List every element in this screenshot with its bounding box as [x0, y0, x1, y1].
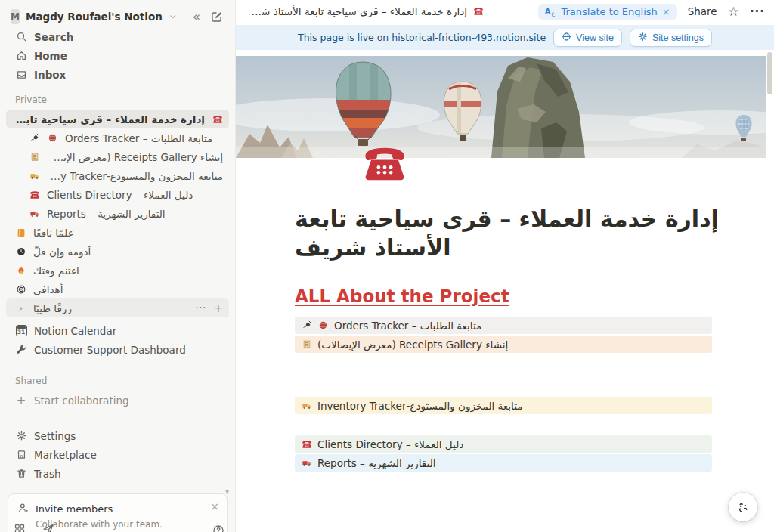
sidebar-item-notion-calendar[interactable]: 31 Notion Calendar: [6, 321, 229, 340]
private-section-label[interactable]: Private: [6, 84, 229, 110]
workspace-avatar: M: [11, 9, 20, 24]
storefront-icon: [15, 449, 27, 461]
sidebar-page-consistency[interactable]: أدومه وإن قلّ: [6, 242, 229, 261]
target-icon: [15, 283, 26, 295]
translate-pill[interactable]: Aع Translate to English ×: [538, 4, 676, 20]
ai-face-icon: [734, 498, 752, 516]
favorite-star-icon[interactable]: ☆: [728, 5, 739, 18]
sidebar-item-trash[interactable]: Trash: [6, 464, 229, 483]
page-scroll-area: إدارة خدمة العملاء – قرى سياحية تابعة ال…: [236, 50, 774, 532]
sidebar-item-home[interactable]: Home: [6, 46, 229, 65]
page-icon-red-phone[interactable]: [361, 141, 408, 187]
svg-text:ع: ع: [552, 10, 556, 17]
empty-block: [295, 354, 712, 397]
sidebar-item-inbox[interactable]: Inbox: [6, 65, 229, 84]
person-add-icon: [17, 502, 29, 516]
yarn-ball-icon: [317, 320, 329, 331]
page-link-reports[interactable]: Reports – التقارير الشهرية: [295, 454, 712, 472]
red-truck-icon: [301, 457, 312, 469]
scroll-down-indicator: ▾: [225, 487, 229, 496]
workspace-name: Magdy Roufael's Notion: [26, 11, 163, 23]
help-icon[interactable]: [212, 524, 224, 532]
sidebar-page-knowledge[interactable]: علمًا نافعًا: [6, 223, 229, 242]
sidebar: M Magdy Roufael's Notion « Search Home: [0, 0, 236, 532]
sidebar-page-customer-service[interactable]: إدارة خدمة العملاء – قرى سياحية تابعة ال…: [6, 110, 229, 128]
inbox-icon: [15, 69, 27, 81]
chevron-down-icon: [169, 12, 178, 21]
yarn-ball-icon: [47, 132, 58, 144]
new-page-icon[interactable]: [209, 9, 224, 24]
page-link-receipts-gallery[interactable]: إنشاء Receipts Gallery (معرض الإيصالات): [295, 336, 712, 353]
sidebar-page-reports[interactable]: Reports – التقارير الشهرية: [6, 204, 229, 223]
sidebar-page-receipts-gallery[interactable]: إنشاء Receipts Gallery (معرض الإيصالات): [6, 147, 229, 166]
translate-icon: Aع: [545, 6, 556, 17]
sidebar-footer-icons: [14, 523, 54, 532]
main-content: إدارة خدمة العملاء – قرى سياحية تابعة ال…: [236, 0, 774, 532]
calendar-31-icon: 31: [15, 325, 27, 337]
start-collaborating-button[interactable]: + Start collaborating: [6, 391, 229, 410]
page-cover-image[interactable]: [236, 56, 766, 158]
orange-book-icon: [15, 227, 26, 238]
share-button[interactable]: Share: [688, 5, 717, 17]
orange-truck-icon: [301, 400, 312, 411]
notion-ai-button[interactable]: [729, 493, 757, 521]
gear-icon: [638, 32, 648, 44]
plug-icon: [301, 320, 312, 331]
invite-subtitle: Collaborate with your team.: [36, 519, 218, 530]
sidebar-item-search[interactable]: Search: [6, 27, 229, 46]
wrench-icon: [15, 344, 27, 356]
page-link-clients-directory[interactable]: Clients Directory – دليل العملاء: [295, 435, 712, 453]
workspace-switcher[interactable]: M Magdy Roufael's Notion «: [6, 6, 229, 27]
fire-icon: [15, 264, 26, 276]
orange-truck-icon: [29, 170, 40, 181]
shared-section-label[interactable]: Shared: [6, 359, 229, 391]
sidebar-page-seize-time[interactable]: اغتنم وقتك: [6, 261, 229, 280]
banner-message: This page is live on historical-friction…: [298, 32, 546, 43]
view-site-button[interactable]: View site: [553, 29, 622, 47]
section-heading-link[interactable]: ALL About the Project: [295, 286, 509, 306]
sidebar-page-clients-directory[interactable]: Clients Directory – دليل العملاء: [6, 185, 229, 204]
receipt-icon: [301, 339, 312, 350]
search-icon: [15, 31, 27, 43]
sidebar-page-orders-tracker[interactable]: Orders Tracker – متابعة الطلبات: [6, 128, 229, 147]
topbar: إدارة خدمة العملاء – قرى سياحية تابعة ال…: [236, 0, 774, 23]
breadcrumb[interactable]: إدارة خدمة العملاء – قرى سياحية تابعة ال…: [246, 5, 484, 17]
add-page-icon[interactable]: +: [213, 302, 223, 315]
more-icon[interactable]: ···: [195, 302, 206, 315]
vertical-scrollbar[interactable]: [767, 52, 772, 94]
collapse-sidebar-icon[interactable]: «: [190, 11, 203, 23]
site-live-banner: This page is live on historical-friction…: [236, 25, 774, 50]
sidebar-item-customer-support-dashboard[interactable]: Customer Support Dashboard: [6, 340, 229, 359]
page-body: إدارة خدمة العملاء – قرى سياحية تابعة ال…: [236, 158, 774, 472]
sidebar-page-goals[interactable]: أهدافي: [6, 280, 229, 298]
plug-icon: [29, 132, 40, 144]
globe-icon: [562, 32, 571, 44]
red-phone-icon: [212, 113, 223, 125]
more-icon[interactable]: ···: [750, 5, 765, 18]
translate-label: Translate to English: [561, 6, 657, 17]
empty-block: [295, 416, 712, 435]
svg-text:A: A: [545, 7, 551, 15]
breadcrumb-title: إدارة خدمة العملاء – قرى سياحية تابعة ال…: [246, 5, 467, 17]
trash-icon: [15, 468, 27, 480]
sidebar-page-good-provision[interactable]: › رزقًا طيبًا ··· +: [6, 298, 229, 317]
site-settings-button[interactable]: Site settings: [630, 29, 712, 47]
close-icon[interactable]: ×: [210, 500, 219, 512]
plus-icon: +: [15, 394, 27, 407]
sidebar-item-marketplace[interactable]: Marketplace: [6, 445, 229, 464]
notion-app: M Magdy Roufael's Notion « Search Home: [0, 0, 774, 532]
invite-title: Invite members: [36, 503, 113, 515]
chevron-right-icon[interactable]: ›: [15, 302, 26, 314]
red-phone-icon: [29, 189, 40, 200]
page-title[interactable]: إدارة خدمة العملاء – قرى سياحية تابعة ال…: [295, 158, 729, 262]
page-link-orders-tracker[interactable]: Orders Tracker – متابعة الطلبات: [295, 317, 712, 334]
receipt-icon: [29, 151, 40, 162]
sidebar-page-inventory-tracker[interactable]: متابعة المخزون والمستودع-Inventory Track…: [6, 166, 229, 185]
templates-icon[interactable]: [14, 523, 26, 532]
page-link-list: Orders Tracker – متابعة الطلبات إنشاء Re…: [295, 317, 712, 472]
send-icon[interactable]: [42, 523, 54, 532]
gear-icon: [15, 430, 27, 442]
close-icon[interactable]: ×: [662, 6, 670, 17]
sidebar-item-settings[interactable]: Settings: [6, 426, 229, 445]
page-link-inventory-tracker[interactable]: متابعة المخزون والمستودع-Inventory Track…: [295, 397, 712, 414]
